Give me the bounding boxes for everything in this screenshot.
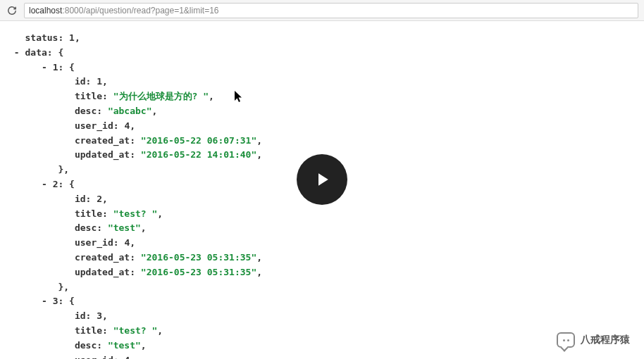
wechat-icon <box>557 332 575 348</box>
address-bar[interactable]: localhost:8000/api/question/read?page=1&… <box>24 3 638 18</box>
url-path: :8000/api/question/read?page=1&limit=16 <box>62 6 218 15</box>
url-host: localhost <box>29 6 62 15</box>
channel-badge: 八戒程序猿 <box>557 332 630 348</box>
channel-name: 八戒程序猿 <box>581 334 630 346</box>
browser-toolbar: localhost:8000/api/question/read?page=1&… <box>0 0 644 21</box>
play-button[interactable] <box>297 154 347 205</box>
play-icon <box>311 169 333 190</box>
reload-icon[interactable] <box>6 4 18 17</box>
